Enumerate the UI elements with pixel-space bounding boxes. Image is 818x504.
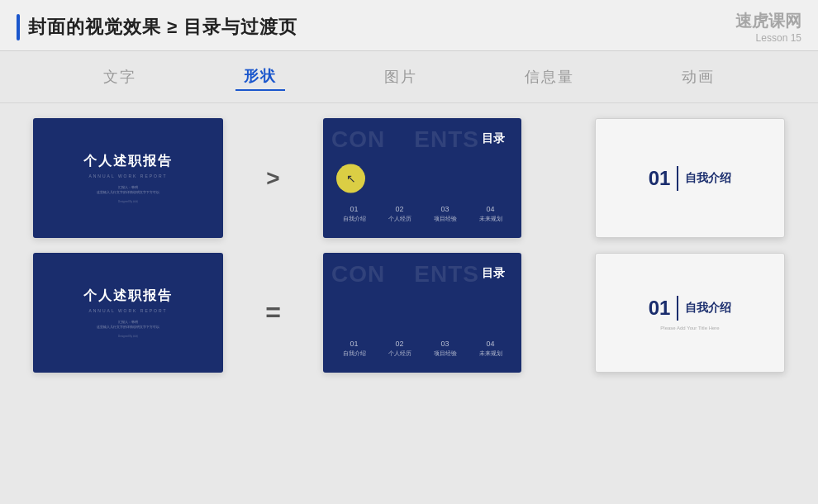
- section-num-2: 01: [649, 297, 671, 320]
- toc-num-6: 02: [395, 340, 403, 348]
- cover-title-cn-2: 个人述职报告: [83, 288, 173, 305]
- section-slide-1: 01 自我介绍: [595, 118, 785, 238]
- section-num-1: 01: [649, 167, 671, 190]
- toc-num-3: 03: [440, 205, 449, 213]
- toc-title-1: 目录: [482, 131, 505, 146]
- section-title-1: 自我介绍: [685, 171, 731, 186]
- toc-item-6: 02 个人经历: [388, 340, 411, 358]
- header: 封面的视觉效果 ≥ 目录与过渡页 速虎课网 Lesson 15: [0, 0, 818, 51]
- toc-num-7: 03: [440, 340, 449, 348]
- toc-item-4: 04 未来规划: [479, 205, 502, 223]
- tab-info[interactable]: 信息量: [516, 64, 583, 90]
- toc-slide-1: CON ENTS 目录 ↖ 01 自我介绍 02 个人经历 03 项目经验: [323, 118, 521, 238]
- toc-num-8: 04: [486, 340, 494, 348]
- toc-item-2: 02 个人经历: [388, 205, 411, 223]
- cover-slide-1: 个人述职报告 ANNUAL WORK REPORT 汇报人：韩明 这里输入几行文…: [33, 118, 223, 238]
- tab-image[interactable]: 图片: [376, 64, 426, 90]
- section-title-2: 自我介绍: [685, 301, 731, 316]
- toc-num-1: 01: [350, 205, 358, 213]
- section-divider-2: [677, 296, 678, 321]
- operator-greater: >: [253, 165, 294, 192]
- toc-num-2: 02: [395, 205, 403, 213]
- cover-designed-1: Designed By 韩明: [118, 200, 138, 203]
- cover-title-cn-1: 个人述职报告: [83, 153, 173, 170]
- toc-item-1: 01 自我介绍: [343, 205, 366, 223]
- page-title: 封面的视觉效果 ≥ 目录与过渡页: [28, 15, 297, 40]
- cover-author-2: 汇报人：韩明 这里输入几行文字的详情说明文字下方可以: [97, 320, 159, 330]
- nav-tabs: 文字 形状 图片 信息量 动画: [0, 51, 818, 103]
- toc-label-5: 自我介绍: [343, 349, 366, 358]
- logo-lesson: Lesson 15: [735, 32, 801, 44]
- toc-item-5: 01 自我介绍: [343, 340, 366, 358]
- cover-author-1: 汇报人：韩明 这里输入几行文字的详情说明文字下方可以: [97, 185, 159, 196]
- toc-label-2: 个人经历: [388, 215, 411, 223]
- toc-label-4: 未来规划: [479, 215, 502, 223]
- cursor-pointer-icon: ↖: [346, 172, 356, 185]
- cover-title-en-2: ANNUAL WORK REPORT: [88, 308, 167, 313]
- toc-item-3: 03 项目经验: [434, 205, 457, 223]
- equal-symbol: =: [253, 297, 294, 328]
- logo-area: 速虎课网 Lesson 15: [735, 10, 801, 44]
- toc-num-5: 01: [350, 340, 358, 348]
- toc-bg-text-1: CON ENTS: [331, 126, 479, 153]
- toc-bg-text-2: CON ENTS: [331, 261, 479, 288]
- toc-items-1: 01 自我介绍 02 个人经历 03 项目经验 04 未来规划: [323, 205, 521, 223]
- toc-item-7: 03 项目经验: [434, 340, 457, 358]
- cursor-circle: ↖: [336, 164, 365, 193]
- tab-shape[interactable]: 形状: [235, 63, 285, 91]
- toc-title-2: 目录: [482, 266, 505, 281]
- header-accent-bar: [17, 14, 20, 40]
- toc-label-6: 个人经历: [388, 349, 411, 358]
- greater-than-symbol: >: [253, 165, 294, 192]
- section-slide-2: 01 自我介绍 Please Add Your Title Here: [595, 253, 785, 373]
- cover-title-en-1: ANNUAL WORK REPORT: [88, 174, 167, 178]
- toc-num-4: 04: [486, 205, 494, 213]
- toc-label-3: 项目经验: [434, 215, 457, 223]
- operator-equal: =: [253, 297, 294, 328]
- tab-animation[interactable]: 动画: [673, 64, 723, 90]
- section-divider-1: [677, 166, 678, 191]
- toc-slide-2: CON ENTS 目录 01 自我介绍 02 个人经历 03 项目经验 04 未…: [323, 253, 521, 373]
- logo-brand: 速虎课网: [735, 10, 801, 32]
- comparison-row-2: 个人述职报告 ANNUAL WORK REPORT 汇报人：韩明 这里输入几行文…: [33, 253, 785, 373]
- toc-label-1: 自我介绍: [343, 215, 366, 223]
- tab-text[interactable]: 文字: [95, 64, 145, 90]
- cover-slide-2: 个人述职报告 ANNUAL WORK REPORT 汇报人：韩明 这里输入几行文…: [33, 253, 223, 373]
- content-grid: 个人述职报告 ANNUAL WORK REPORT 汇报人：韩明 这里输入几行文…: [0, 103, 818, 388]
- header-title: 封面的视觉效果 ≥ 目录与过渡页: [17, 14, 297, 40]
- section-subtitle-2: Please Add Your Title Here: [660, 326, 719, 330]
- section-inner-1: 01 自我介绍: [649, 166, 732, 191]
- toc-label-8: 未来规划: [479, 349, 502, 358]
- section-inner-2: 01 自我介绍: [649, 296, 732, 321]
- toc-item-8: 04 未来规划: [479, 340, 502, 358]
- toc-label-7: 项目经验: [434, 349, 457, 358]
- comparison-row-1: 个人述职报告 ANNUAL WORK REPORT 汇报人：韩明 这里输入几行文…: [33, 118, 785, 238]
- cover-designed-2: Designed By 韩明: [118, 335, 138, 338]
- toc-items-2: 01 自我介绍 02 个人经历 03 项目经验 04 未来规划: [323, 340, 521, 358]
